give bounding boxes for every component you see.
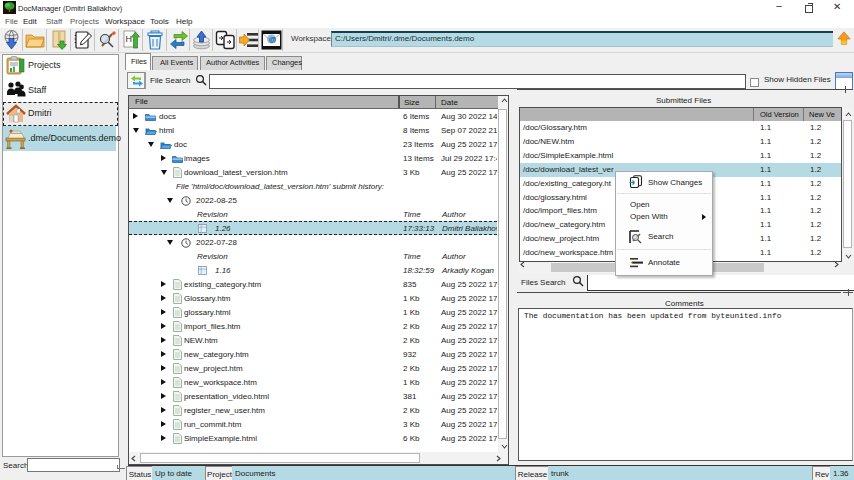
svg-text:@: @ [269, 35, 277, 44]
svg-text:H: H [126, 34, 133, 44]
